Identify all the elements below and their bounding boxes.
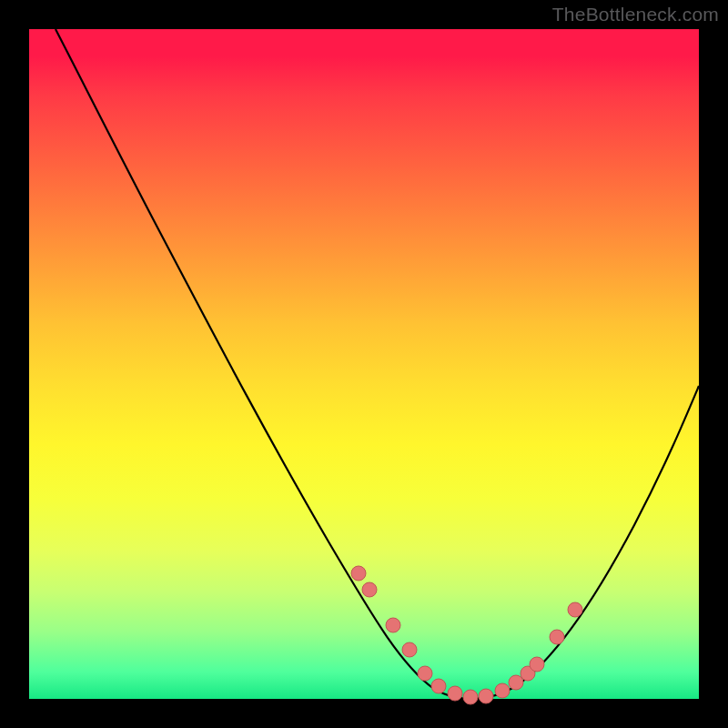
- marker-dot: [479, 689, 493, 703]
- outer-frame: TheBottleneck.com: [0, 0, 728, 728]
- marker-dot: [431, 679, 446, 693]
- marker-dot: [386, 618, 400, 632]
- marker-dot: [568, 602, 582, 617]
- marker-dot: [463, 690, 478, 704]
- marker-dot: [418, 666, 432, 681]
- watermark-text: TheBottleneck.com: [552, 4, 719, 25]
- marker-dot: [448, 686, 462, 701]
- marker-dot: [402, 642, 417, 657]
- marker-dot: [495, 683, 510, 698]
- chart-gradient-background: [29, 29, 699, 699]
- marker-dot: [362, 582, 377, 597]
- marker-dot: [550, 630, 564, 644]
- marker-dot: [509, 675, 523, 690]
- marker-dot: [351, 566, 366, 581]
- bottleneck-curve-path: [56, 29, 699, 699]
- bottleneck-chart: [29, 29, 699, 699]
- marker-dot: [530, 657, 544, 672]
